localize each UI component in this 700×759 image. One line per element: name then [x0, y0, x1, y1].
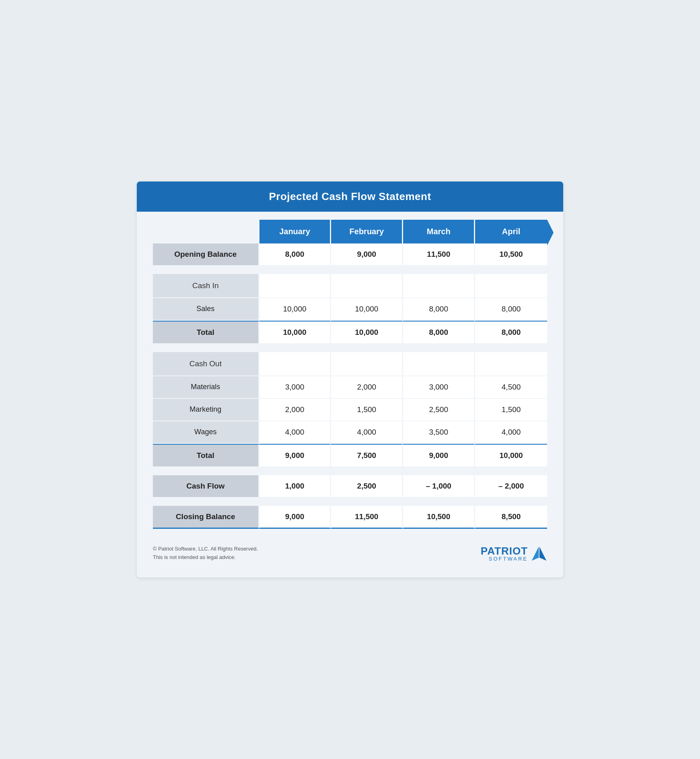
materials-row: Materials 3,000 2,000 3,000 4,500 — [153, 376, 547, 399]
footer: © Patriot Software, LLC. All Rights Rese… — [137, 537, 563, 562]
opening-balance-apr: 10,500 — [475, 243, 547, 266]
header-february: February — [331, 220, 403, 243]
cash-flow-table: January February March April Opening Bal… — [153, 220, 547, 529]
cash-out-label: Cash Out — [153, 352, 259, 376]
marketing-mar: 2,500 — [403, 399, 475, 421]
copyright-text: © Patriot Software, LLC. All Rights Rese… — [153, 545, 258, 553]
marketing-feb: 1,500 — [331, 399, 403, 421]
cash-out-total-apr: 10,000 — [475, 444, 547, 467]
sales-apr: 8,000 — [475, 298, 547, 321]
opening-balance-jan: 8,000 — [259, 243, 331, 266]
table-container: January February March April Opening Bal… — [137, 212, 563, 537]
opening-balance-mar: 11,500 — [403, 243, 475, 266]
cash-flow-mar: – 1,000 — [403, 475, 475, 498]
materials-jan: 3,000 — [259, 376, 331, 399]
logo-area: PATRIOT SOFTWARE — [481, 545, 547, 561]
header-row: January February March April — [153, 220, 547, 243]
cash-flow-feb: 2,500 — [331, 475, 403, 498]
cash-in-header-row: Cash In — [153, 274, 547, 298]
logo-text: PATRIOT SOFTWARE — [481, 546, 528, 561]
sales-label: Sales — [153, 298, 259, 321]
opening-balance-label: Opening Balance — [153, 243, 259, 266]
spacer-2 — [153, 344, 547, 352]
cash-in-total-apr: 8,000 — [475, 321, 547, 344]
closing-balance-row: Closing Balance 9,000 11,500 10,500 8,50… — [153, 506, 547, 529]
cash-out-mar-empty — [403, 352, 475, 376]
cash-out-header-row: Cash Out — [153, 352, 547, 376]
materials-label: Materials — [153, 376, 259, 399]
cash-out-total-label: Total — [153, 444, 259, 467]
closing-balance-mar: 10,500 — [403, 506, 475, 529]
wages-apr: 4,000 — [475, 421, 547, 444]
svg-marker-2 — [532, 546, 539, 561]
header-label — [153, 220, 259, 243]
cash-out-jan-empty — [259, 352, 331, 376]
sales-feb: 10,000 — [331, 298, 403, 321]
header-january: January — [259, 220, 331, 243]
sales-mar: 8,000 — [403, 298, 475, 321]
logo-patriot: PATRIOT — [481, 546, 528, 556]
cash-flow-apr: – 2,000 — [475, 475, 547, 498]
wages-feb: 4,000 — [331, 421, 403, 444]
cash-in-jan-empty — [259, 274, 331, 298]
cash-in-total-jan: 10,000 — [259, 321, 331, 344]
wages-row: Wages 4,000 4,000 3,500 4,000 — [153, 421, 547, 444]
cash-flow-row: Cash Flow 1,000 2,500 – 1,000 – 2,000 — [153, 475, 547, 498]
cash-out-total-jan: 9,000 — [259, 444, 331, 467]
cash-out-apr-empty — [475, 352, 547, 376]
svg-marker-1 — [539, 546, 546, 561]
marketing-row: Marketing 2,000 1,500 2,500 1,500 — [153, 399, 547, 421]
closing-balance-apr: 8,500 — [475, 506, 547, 529]
cash-in-total-label: Total — [153, 321, 259, 344]
cash-in-feb-empty — [331, 274, 403, 298]
header-march: March — [403, 220, 475, 243]
cash-out-total-row: Total 9,000 7,500 9,000 10,000 — [153, 444, 547, 467]
disclaimer-text: This is not intended as legal advice. — [153, 553, 258, 562]
cash-out-total-feb: 7,500 — [331, 444, 403, 467]
wages-mar: 3,500 — [403, 421, 475, 444]
materials-feb: 2,000 — [331, 376, 403, 399]
closing-balance-jan: 9,000 — [259, 506, 331, 529]
header-april: April — [475, 220, 547, 243]
cash-in-mar-empty — [403, 274, 475, 298]
spacer-3 — [153, 467, 547, 475]
logo-software: SOFTWARE — [489, 556, 528, 561]
page-title: Projected Cash Flow Statement — [137, 182, 563, 212]
cash-out-total-mar: 9,000 — [403, 444, 475, 467]
sales-row: Sales 10,000 10,000 8,000 8,000 — [153, 298, 547, 321]
spacer-4 — [153, 498, 547, 506]
opening-balance-row: Opening Balance 8,000 9,000 11,500 10,50… — [153, 243, 547, 266]
materials-apr: 4,500 — [475, 376, 547, 399]
cash-in-total-feb: 10,000 — [331, 321, 403, 344]
page-wrapper: Projected Cash Flow Statement January Fe… — [137, 182, 563, 578]
spacer-1 — [153, 266, 547, 274]
sales-jan: 10,000 — [259, 298, 331, 321]
cash-flow-jan: 1,000 — [259, 475, 331, 498]
cash-in-total-row: Total 10,000 10,000 8,000 8,000 — [153, 321, 547, 344]
cash-in-total-mar: 8,000 — [403, 321, 475, 344]
marketing-label: Marketing — [153, 399, 259, 421]
closing-balance-feb: 11,500 — [331, 506, 403, 529]
materials-mar: 3,000 — [403, 376, 475, 399]
cash-out-feb-empty — [331, 352, 403, 376]
patriot-logo-icon — [531, 545, 547, 561]
footer-text: © Patriot Software, LLC. All Rights Rese… — [153, 545, 258, 562]
cash-in-apr-empty — [475, 274, 547, 298]
opening-balance-feb: 9,000 — [331, 243, 403, 266]
cash-in-label: Cash In — [153, 274, 259, 298]
wages-jan: 4,000 — [259, 421, 331, 444]
cash-flow-label: Cash Flow — [153, 475, 259, 498]
wages-label: Wages — [153, 421, 259, 444]
closing-balance-label: Closing Balance — [153, 506, 259, 529]
marketing-apr: 1,500 — [475, 399, 547, 421]
marketing-jan: 2,000 — [259, 399, 331, 421]
